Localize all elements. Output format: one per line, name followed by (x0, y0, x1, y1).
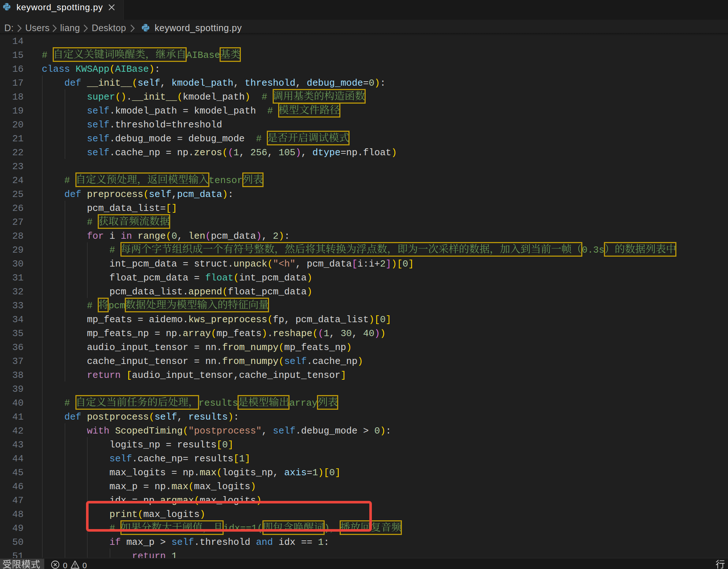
svg-text:0: 0 (82, 561, 87, 569)
svg-text:0: 0 (63, 561, 67, 569)
